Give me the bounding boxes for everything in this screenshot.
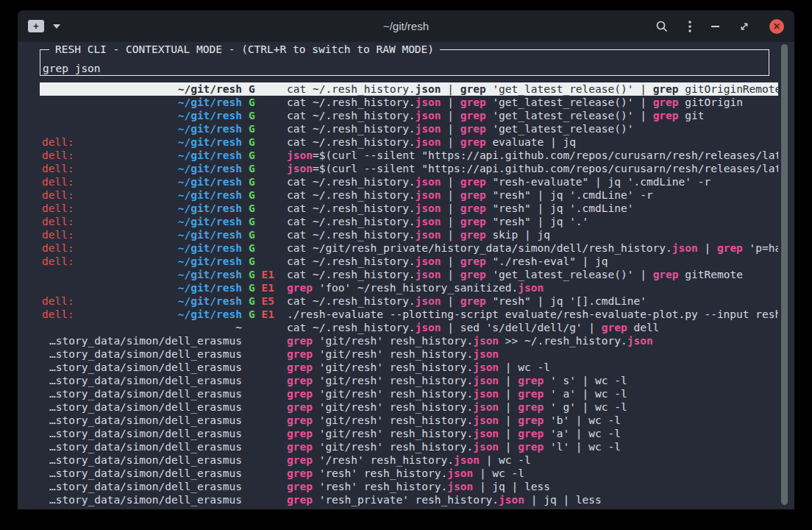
history-row[interactable]: ~/git/reshGcat ~/.resh_history.json | gr… <box>40 109 778 122</box>
history-row[interactable]: …story_data/simon/dell_erasmusgrep 'resh… <box>40 480 778 493</box>
flag-g: G <box>249 176 255 188</box>
history-row[interactable]: …story_data/simon/dell_erasmusgrep 'git/… <box>40 414 778 427</box>
history-row[interactable]: …story_data/simon/dell_erasmusgrep 'git/… <box>40 440 778 453</box>
terminal-screen[interactable]: RESH CLI - CONTEXTUAL MODE - (CTRL+R to … <box>18 42 794 509</box>
match-highlight: grep <box>460 202 486 214</box>
match-highlight: json <box>416 189 441 201</box>
match-highlight: grep <box>287 388 313 400</box>
command-segment: 'git/resh' resh_history. <box>313 375 473 386</box>
command-text: grep 'git/resh' resh_history.json | grep… <box>287 441 621 453</box>
minimize-icon[interactable] <box>711 26 719 27</box>
match-highlight: grep <box>460 136 486 148</box>
match-highlight: grep <box>602 322 627 333</box>
command-segment: cat ~/.resh_history. <box>287 229 416 241</box>
command-segment: cat ~/.resh_history. <box>287 216 416 227</box>
match-highlight: grep <box>287 467 313 479</box>
titlebar[interactable]: + ~/git/resh <box>18 10 794 42</box>
mode-title: RESH CLI - CONTEXTUAL MODE - (CTRL+R to … <box>49 43 440 56</box>
directory-label: …story_data/simon/dell_erasmus <box>42 347 242 361</box>
history-row[interactable]: ~/git/reshGcat ~/.resh_history.json | gr… <box>40 82 778 96</box>
command-segment: ' s' | wc -l <box>544 375 627 386</box>
history-row[interactable]: dell:~/git/reshG E5cat ~/.resh_history.j… <box>40 294 778 308</box>
history-row[interactable]: dell:~/git/reshGjson=$(curl --silent "ht… <box>40 162 778 175</box>
history-row[interactable]: ~/git/reshG E1cat ~/.resh_history.json |… <box>40 268 778 281</box>
command-segment: cat ~/.resh_history. <box>287 123 416 135</box>
command-segment: 'git/resh' resh_history. <box>313 388 473 400</box>
history-row[interactable]: …story_data/simon/dell_erasmusgrep '/res… <box>40 453 778 467</box>
match-highlight: json <box>416 269 441 280</box>
match-highlight: json <box>416 229 441 241</box>
directory-label: ~ <box>42 321 242 334</box>
directory-label: ~/git/resh <box>42 281 242 294</box>
history-row[interactable]: …story_data/simon/dell_erasmusgrep 'git/… <box>40 427 778 440</box>
scrollbar-thumb[interactable] <box>781 44 788 505</box>
command-segment: | <box>441 216 460 227</box>
history-row[interactable]: dell:~/git/reshGcat ~/.resh_history.json… <box>40 255 778 268</box>
command-text: grep 'git/resh' resh_history.json | grep… <box>287 401 627 413</box>
match-highlight: grep <box>460 176 486 188</box>
command-segment: cat ~/git/resh_private/history_data/simo… <box>287 242 672 254</box>
match-highlight: grep <box>518 375 544 386</box>
history-row[interactable]: dell:~/git/reshGcat ~/git/resh_private/h… <box>40 241 778 255</box>
command-segment: cat ~/.resh_history. <box>287 189 416 201</box>
history-row[interactable]: …story_data/simon/dell_erasmusgrep 'git/… <box>40 361 778 374</box>
match-highlight: json <box>416 136 441 148</box>
history-row[interactable]: …story_data/simon/dell_erasmusgrep 'resh… <box>40 493 778 506</box>
match-highlight: json <box>473 361 499 373</box>
command-segment: 'b' | wc -l <box>544 414 621 426</box>
host-label: dell: <box>42 175 74 188</box>
close-icon[interactable]: ✕ <box>769 19 784 34</box>
match-highlight: grep <box>460 83 486 95</box>
flag-g: G <box>249 163 255 174</box>
search-icon[interactable] <box>655 20 669 33</box>
command-segment: cat ~/.resh_history. <box>287 110 416 121</box>
command-segment: | <box>441 295 460 307</box>
new-tab-icon[interactable]: + <box>28 20 44 32</box>
directory-label: …story_data/simon/dell_erasmus <box>42 493 242 506</box>
history-row[interactable]: …story_data/simon/dell_erasmusgrep 'git/… <box>40 400 778 414</box>
history-row[interactable]: ~/git/reshGcat ~/.resh_history.json | gr… <box>40 96 778 109</box>
kebab-menu-icon[interactable] <box>688 21 691 32</box>
command-segment: "resh" | jq '.cmdLine' -r <box>486 189 653 201</box>
host-label: dell: <box>42 308 74 321</box>
command-segment: "resh" | jq '.' <box>486 216 589 227</box>
history-row[interactable]: dell:~/git/reshGcat ~/.resh_history.json… <box>40 135 778 149</box>
history-row[interactable]: dell:~/git/reshGcat ~/.resh_history.json… <box>40 215 778 228</box>
history-row[interactable]: dell:~/git/reshGcat ~/.resh_history.json… <box>40 175 778 188</box>
history-row[interactable]: dell:~/git/reshGcat ~/.resh_history.json… <box>40 202 778 215</box>
search-query-input[interactable]: grep json <box>43 62 101 75</box>
history-row[interactable]: …story_data/simon/dell_erasmusgrep 'resh… <box>40 467 778 480</box>
match-highlight: grep <box>653 269 679 280</box>
history-row[interactable]: …story_data/simon/dell_erasmusgrep 'git/… <box>40 374 778 387</box>
history-row[interactable]: dell:~/git/reshGjson=$(curl --silent "ht… <box>40 149 778 162</box>
flags-label: G <box>249 82 280 96</box>
command-segment: | <box>441 176 460 188</box>
command-text: cat ~/.resh_history.json | grep "resh" |… <box>287 295 647 307</box>
restore-icon[interactable] <box>739 21 749 32</box>
match-highlight: grep <box>460 96 486 108</box>
flag-g: G <box>249 123 255 135</box>
command-text: cat ~/.resh_history.json | grep evaluate… <box>287 136 576 148</box>
match-highlight: grep <box>287 348 313 360</box>
history-row[interactable]: …story_data/simon/dell_erasmusgrep 'git/… <box>40 334 778 347</box>
match-highlight: grep <box>653 110 679 121</box>
command-segment: 'resh' resh_history. <box>313 467 447 479</box>
history-row[interactable]: …story_data/simon/dell_erasmusgrep 'git/… <box>40 347 778 361</box>
history-row[interactable]: ~/git/reshG E1grep 'foo' ~/resh_history_… <box>40 281 778 294</box>
history-row[interactable]: dell:~/git/reshG E1./resh-evaluate --plo… <box>40 308 778 321</box>
match-highlight: grep <box>460 229 486 241</box>
history-row[interactable]: ~/git/reshGcat ~/.resh_history.json | gr… <box>40 122 778 135</box>
flag-g: G <box>249 149 255 161</box>
command-segment: | <box>441 255 460 267</box>
history-row[interactable]: …story_data/simon/dell_erasmusgrep 'git/… <box>40 387 778 400</box>
flag-g: G <box>249 269 255 280</box>
history-row[interactable]: ~cat ~/.resh_history.json | sed 's/dell/… <box>40 321 778 334</box>
command-segment: git <box>679 110 705 121</box>
match-highlight: grep <box>287 441 313 453</box>
history-row[interactable]: dell:~/git/reshGcat ~/.resh_history.json… <box>40 228 778 241</box>
chevron-down-icon[interactable] <box>53 24 60 29</box>
history-row[interactable]: dell:~/git/reshGcat ~/.resh_history.json… <box>40 188 778 202</box>
match-highlight: grep <box>287 414 313 426</box>
host-label: dell: <box>42 241 74 255</box>
match-highlight: grep <box>460 189 486 201</box>
